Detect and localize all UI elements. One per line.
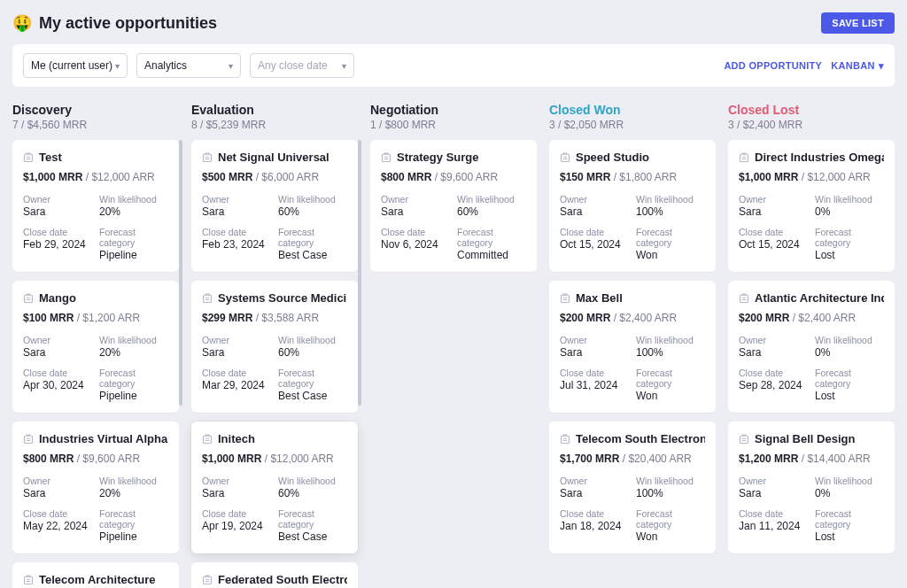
card-revenue: $299 MRR / $3,588 ARR <box>202 312 347 324</box>
card-revenue: $500 MRR / $6,000 ARR <box>202 171 347 183</box>
kanban-view-toggle[interactable]: KANBAN ▾ <box>831 60 884 72</box>
opportunity-card[interactable]: Industries Virtual Alpha$800 MRR / $9,60… <box>12 422 179 553</box>
opportunity-icon <box>202 575 213 585</box>
forecast-label: Forecast category <box>815 368 884 389</box>
card-arr: / $9,600 ARR <box>435 171 498 183</box>
column-title: Closed Won <box>549 103 716 117</box>
segment-select[interactable]: Analytics ▾ <box>136 53 241 78</box>
close-label: Close date <box>560 227 629 237</box>
opportunity-card[interactable]: Federated South Electronic$190 MRR / $2,… <box>191 562 358 588</box>
opportunity-card[interactable]: Atlantic Architecture Indust…$200 MRR / … <box>728 281 895 413</box>
card-arr: / $2,400 ARR <box>793 312 856 324</box>
column-header: Evaluation8 / $5,239 MRR <box>191 103 358 131</box>
win-value: 100% <box>636 487 705 499</box>
chevron-down-icon: ▾ <box>229 61 233 71</box>
card-title: Direct Industries Omega <box>755 151 884 164</box>
card-arr: / $20,400 ARR <box>623 453 692 465</box>
win-label: Win likelihood <box>815 476 884 486</box>
owner-value: Sara <box>202 346 271 359</box>
card-mrr: $100 MRR <box>23 312 74 324</box>
close-value: Feb 23, 2024 <box>202 238 271 251</box>
win-value: 60% <box>278 346 347 359</box>
owner-value: Sara <box>202 205 271 218</box>
svg-rect-5 <box>204 295 212 302</box>
column-header: Closed Lost3 / $2,400 MRR <box>728 103 895 131</box>
owner-value: Sara <box>202 487 271 499</box>
scrollbar[interactable] <box>358 140 361 406</box>
opportunity-icon <box>739 152 749 163</box>
opportunity-card[interactable]: Test$1,000 MRR / $12,000 ARROwnerSaraWin… <box>12 140 179 272</box>
card-title: Strategy Surge <box>397 151 478 164</box>
close-label: Close date <box>560 508 629 519</box>
win-value: 0% <box>815 346 884 359</box>
card-revenue: $200 MRR / $2,400 ARR <box>739 312 884 324</box>
card-arr: / $14,400 ARR <box>802 453 871 465</box>
opportunity-card[interactable]: Direct Industries Omega$1,000 MRR / $12,… <box>728 140 895 272</box>
opportunity-card[interactable]: Strategy Surge$800 MRR / $9,600 ARROwner… <box>370 140 537 272</box>
save-list-button[interactable]: SAVE LIST <box>821 12 895 34</box>
owner-label: Owner <box>560 194 629 205</box>
svg-rect-10 <box>562 295 570 302</box>
card-arr: / $6,000 ARR <box>256 171 319 183</box>
card-arr: / $12,000 ARR <box>802 171 871 183</box>
opportunity-card[interactable]: Signal Bell Design$1,200 MRR / $14,400 A… <box>728 422 895 553</box>
card-arr: / $1,800 ARR <box>614 171 677 183</box>
chevron-down-icon: ▾ <box>342 61 346 71</box>
win-value: 60% <box>278 487 347 499</box>
owner-select[interactable]: Me (current user) ▾ <box>23 53 128 78</box>
card-revenue: $1,000 MRR / $12,000 ARR <box>202 453 347 465</box>
opportunity-icon <box>23 293 34 304</box>
card-mrr: $150 MRR <box>560 171 610 183</box>
owner-label: Owner <box>739 194 808 205</box>
card-title-row: Atlantic Architecture Indust… <box>739 291 884 305</box>
card-title: Test <box>39 151 62 164</box>
opportunity-card[interactable]: Mango$100 MRR / $1,200 ARROwnerSaraWin l… <box>12 281 179 413</box>
column-header: Closed Won3 / $2,050 MRR <box>549 103 716 131</box>
close-date-select[interactable]: Any close date ▾ <box>250 53 354 78</box>
forecast-label: Forecast category <box>99 368 168 389</box>
forecast-label: Forecast category <box>636 227 705 248</box>
opportunity-card[interactable]: Telecom South Electronics$1,700 MRR / $2… <box>549 422 716 553</box>
column-summary: 8 / $5,239 MRR <box>191 119 358 131</box>
card-details: OwnerSaraWin likelihood20%Close dateFeb … <box>23 194 168 261</box>
forecast-label: Forecast category <box>815 227 884 248</box>
card-mrr: $1,700 MRR <box>560 453 619 465</box>
forecast-label: Forecast category <box>99 508 168 530</box>
owner-label: Owner <box>202 335 271 345</box>
card-details: OwnerSaraWin likelihood60%Close dateApr … <box>202 476 347 543</box>
opportunity-icon <box>560 293 570 304</box>
opportunity-card[interactable]: Speed Studio$150 MRR / $1,800 ARROwnerSa… <box>549 140 716 272</box>
card-revenue: $150 MRR / $1,800 ARR <box>560 171 705 183</box>
add-opportunity-button[interactable]: ADD OPPORTUNITY <box>724 60 822 71</box>
column-negotiation: Negotiation1 / $800 MRRStrategy Surge$80… <box>370 103 537 272</box>
svg-rect-6 <box>204 436 212 443</box>
close-value: Apr 30, 2024 <box>23 379 92 391</box>
column-cards: Test$1,000 MRR / $12,000 ARROwnerSaraWin… <box>12 140 179 588</box>
card-details: OwnerSaraWin likelihood60%Close dateFeb … <box>202 194 347 261</box>
win-value: 20% <box>99 487 168 499</box>
scrollbar[interactable] <box>179 140 182 406</box>
close-label: Close date <box>23 368 92 378</box>
card-title-row: Test <box>23 151 168 164</box>
close-value: Oct 15, 2024 <box>560 238 629 251</box>
owner-value: Sara <box>739 346 808 359</box>
opportunity-card[interactable]: Initech$1,000 MRR / $12,000 ARROwnerSara… <box>191 422 358 553</box>
opportunity-card[interactable]: Systems Source Medicine$299 MRR / $3,588… <box>191 281 358 413</box>
win-value: 100% <box>636 205 705 218</box>
win-label: Win likelihood <box>278 476 347 486</box>
column-title: Evaluation <box>191 103 358 117</box>
card-details: OwnerSaraWin likelihood20%Close dateMay … <box>23 476 168 543</box>
svg-rect-4 <box>204 154 212 161</box>
card-title-row: Net Signal Universal <box>202 151 347 164</box>
column-cards: Speed Studio$150 MRR / $1,800 ARROwnerSa… <box>549 140 716 553</box>
column-title: Closed Lost <box>728 103 895 117</box>
opportunity-card[interactable]: Max Bell$200 MRR / $2,400 ARROwnerSaraWi… <box>549 281 716 413</box>
svg-rect-1 <box>25 295 33 302</box>
chevron-down-icon: ▾ <box>115 61 120 71</box>
opportunity-card[interactable]: Net Signal Universal$500 MRR / $6,000 AR… <box>191 140 358 272</box>
forecast-label: Forecast category <box>278 227 347 248</box>
forecast-value: Best Case <box>278 390 347 402</box>
opportunity-card[interactable]: Telecom Architecture$1,500 MRR / $18,000… <box>12 562 179 588</box>
card-title: Industries Virtual Alpha <box>39 432 167 445</box>
owner-value: Sara <box>23 205 92 218</box>
